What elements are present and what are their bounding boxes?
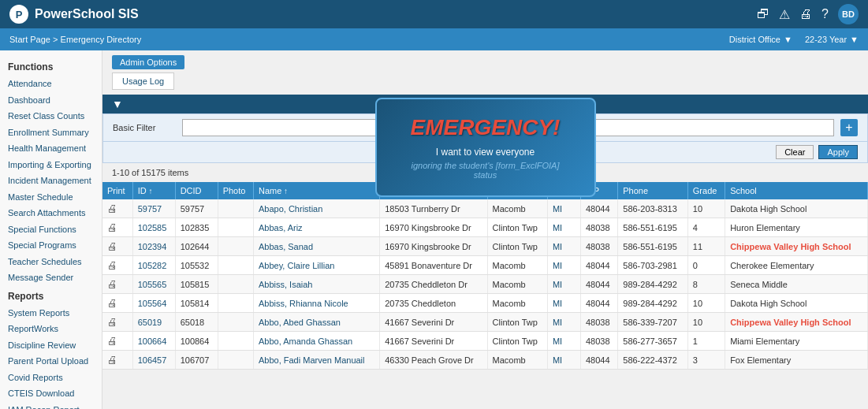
cell-state: MI	[547, 313, 580, 332]
cell-dcid: 65018	[175, 313, 218, 332]
id-link[interactable]: 102585	[138, 223, 167, 232]
warning-icon[interactable]: ⚠	[779, 7, 790, 22]
cell-phone: 586-551-6195	[618, 237, 688, 256]
cell-state: MI	[547, 237, 580, 256]
district-selector[interactable]: District Office ▼	[729, 35, 792, 44]
sidebar-item-teacher-schedules[interactable]: Teacher Schedules	[0, 254, 102, 270]
sidebar-item-enrollment-summary[interactable]: Enrollment Summary	[0, 125, 102, 141]
print-icon[interactable]: 🖨	[107, 297, 117, 309]
name-link[interactable]: Abbo, Abed Ghassan	[259, 318, 341, 327]
sidebar-item-search-attachments[interactable]: Search Attachments	[0, 205, 102, 221]
sidebar-item-health-management[interactable]: Health Management	[0, 140, 102, 157]
emergency-banner: EMERGENCY! I want to view everyone ignor…	[375, 98, 596, 197]
state-link[interactable]: MI	[553, 336, 562, 346]
cell-state: MI	[547, 199, 580, 218]
cell-dcid: 102644	[175, 237, 218, 256]
state-link[interactable]: MI	[553, 318, 562, 327]
cell-dcid: 100864	[175, 332, 218, 351]
col-id[interactable]: ID	[132, 182, 175, 199]
cell-zip: 48038	[580, 332, 617, 351]
sidebar-item-special-functions[interactable]: Special Functions	[0, 221, 102, 238]
sidebar-item-covid-reports[interactable]: Covid Reports	[0, 370, 102, 386]
sidebar-item-message-sender[interactable]: Message Sender	[0, 270, 102, 286]
help-icon[interactable]: ?	[821, 7, 829, 21]
breadcrumb-start[interactable]: Start Page	[9, 35, 50, 44]
name-link[interactable]: Abbiss, Rhianna Nicole	[259, 299, 348, 308]
name-link[interactable]: Abbiss, Isaiah	[259, 280, 312, 289]
col-name[interactable]: Name	[253, 182, 379, 199]
logo-icon: P	[9, 5, 28, 24]
state-link[interactable]: MI	[553, 223, 562, 232]
avatar[interactable]: BD	[838, 4, 859, 24]
state-link[interactable]: MI	[553, 261, 562, 270]
id-link[interactable]: 105282	[138, 261, 167, 270]
name-link[interactable]: Abbey, Claire Lillian	[259, 261, 334, 270]
cell-print: 🖨	[102, 237, 132, 256]
sidebar-item-iam-recon-report[interactable]: IAM Recon Report	[0, 402, 102, 410]
print-icon[interactable]: 🖨	[799, 7, 812, 21]
id-link[interactable]: 106457	[138, 355, 167, 365]
name-link[interactable]: Abbo, Fadi Marven Manuail	[259, 355, 365, 365]
sidebar-item-parent-portal-upload[interactable]: Parent Portal Upload	[0, 353, 102, 370]
table-row: 🖨 106457 106707 Abbo, Fadi Marven Manuai…	[102, 351, 868, 370]
clear-button[interactable]: Clear	[776, 145, 814, 159]
cell-print: 🖨	[102, 294, 132, 313]
sidebar-item-importing-exporting[interactable]: Importing & Exporting	[0, 157, 102, 173]
state-link[interactable]: MI	[553, 280, 562, 289]
cell-zip: 48038	[580, 218, 617, 237]
sidebar-item-special-programs[interactable]: Special Programs	[0, 237, 102, 254]
print-icon[interactable]: 🖨	[107, 278, 117, 290]
print-icon[interactable]: 🖨	[107, 335, 117, 347]
state-link[interactable]: MI	[553, 299, 562, 308]
cell-photo	[218, 256, 253, 275]
name-link[interactable]: Abbas, Sanad	[259, 242, 313, 251]
state-link[interactable]: MI	[553, 242, 562, 251]
cell-city: Clinton Twp	[487, 313, 547, 332]
print-icon[interactable]: 🖨	[107, 316, 117, 328]
sidebar-item-reportworks[interactable]: ReportWorks	[0, 321, 102, 337]
print-icon[interactable]: 🖨	[107, 259, 117, 271]
state-link[interactable]: MI	[553, 204, 562, 214]
sidebar-item-system-reports[interactable]: System Reports	[0, 305, 102, 322]
usage-log-menu-item[interactable]: Usage Log	[113, 73, 173, 89]
year-selector[interactable]: 22-23 Year ▼	[805, 35, 859, 44]
print-icon[interactable]: 🖨	[107, 354, 117, 366]
id-link[interactable]: 105564	[138, 299, 167, 308]
id-link[interactable]: 105565	[138, 280, 167, 289]
id-link[interactable]: 102394	[138, 242, 167, 251]
print-icon[interactable]: 🖨	[107, 221, 117, 233]
admin-options-menu: Usage Log	[112, 73, 174, 90]
cell-street: 46330 Peach Grove Dr	[380, 351, 487, 370]
sidebar-item-incident-management[interactable]: Incident Management	[0, 173, 102, 189]
id-link[interactable]: 65019	[138, 318, 162, 327]
name-link[interactable]: Abbas, Ariz	[259, 223, 303, 232]
sidebar-item-discipline-review[interactable]: Discipline Review	[0, 337, 102, 354]
cell-zip: 48044	[580, 351, 617, 370]
sidebar-item-attendance[interactable]: Attendance	[0, 76, 102, 92]
sidebar-item-dashboard[interactable]: Dashboard	[0, 92, 102, 109]
layout: Functions Attendance Dashboard Reset Cla…	[0, 50, 868, 409]
cell-street: 16970 Kingsbrooke Dr	[380, 237, 487, 256]
admin-options-button[interactable]: Admin Options	[112, 55, 184, 69]
filter-plus-button[interactable]: +	[840, 119, 858, 136]
cell-school: Dakota High School	[725, 199, 868, 218]
id-link[interactable]: 59757	[138, 204, 162, 214]
print-icon[interactable]: 🖨	[107, 203, 117, 214]
page-icon[interactable]: 🗗	[757, 7, 769, 21]
sidebar-item-reset-class-counts[interactable]: Reset Class Counts	[0, 108, 102, 125]
cell-name: Abbey, Claire Lillian	[253, 256, 379, 275]
id-link[interactable]: 100664	[138, 336, 167, 346]
cell-state: MI	[547, 256, 580, 275]
results-count: 1-10 of 15175 items	[112, 168, 188, 177]
print-icon[interactable]: 🖨	[107, 240, 117, 252]
cell-name: Abbiss, Isaiah	[253, 275, 379, 294]
sidebar-item-master-schedule[interactable]: Master Schedule	[0, 189, 102, 206]
apply-button[interactable]: Apply	[818, 145, 858, 159]
name-link[interactable]: Abapo, Christian	[259, 204, 322, 214]
name-link[interactable]: Abbo, Amanda Ghassan	[259, 336, 352, 346]
sidebar-item-cteis-download[interactable]: CTEIS Download	[0, 385, 102, 402]
filter-toggle[interactable]: ▼	[112, 98, 123, 110]
cell-grade: 10	[687, 294, 725, 313]
state-link[interactable]: MI	[553, 355, 562, 365]
cell-dcid: 105814	[175, 294, 218, 313]
